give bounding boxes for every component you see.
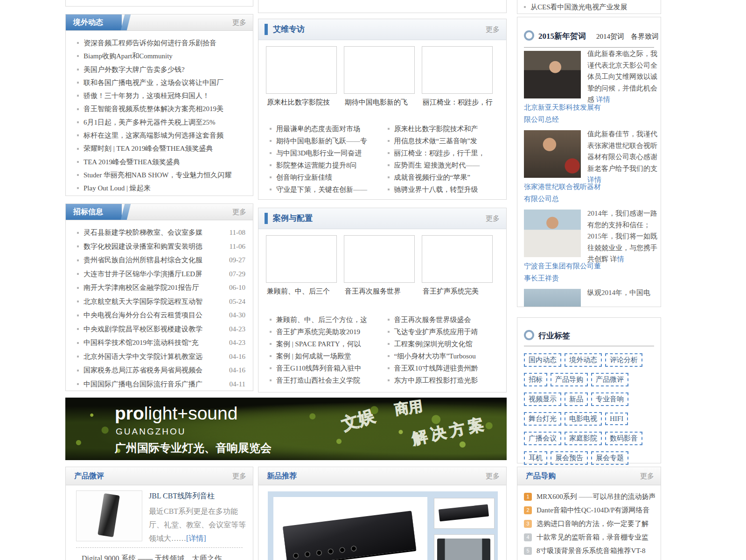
bid-item[interactable]: 中国科学技术馆2019年流动科技馆“充04-23 <box>77 336 245 350</box>
news-item[interactable]: 守业是下策，关键在创新—— <box>270 183 384 196</box>
news-item[interactable]: 丽江椅业：积跬步，行千里， <box>388 147 502 159</box>
news-item[interactable]: 创音响行业新佳绩 <box>270 171 384 183</box>
news-item[interactable]: Play Out Loud | 燥起来 <box>77 182 245 195</box>
news-item[interactable]: 音王打造山西社会主义学院 <box>270 374 384 386</box>
news-item[interactable]: 案例 | SPACE PARTY，何以 <box>270 338 384 350</box>
news-item[interactable]: 音王扩声系统完美助攻2019 <box>270 326 384 338</box>
tag[interactable]: HIFI <box>605 413 628 425</box>
tag[interactable]: 电影电视 <box>565 412 602 426</box>
tag[interactable]: 家庭影院 <box>565 432 602 445</box>
product-thumb[interactable] <box>434 534 495 560</box>
news-item[interactable]: Biamp收购Apart和Community <box>77 49 245 63</box>
bid-item[interactable]: 灵石县新建学校阶梯教室、会议室多媒11-08 <box>77 226 245 240</box>
tag[interactable]: 产品导购 <box>551 373 588 386</box>
news-item[interactable]: 联和各国广播电视产业，这场会议将让中国厂 <box>77 76 245 89</box>
tag[interactable]: 境外动态 <box>565 353 602 367</box>
greeting-photo[interactable] <box>524 51 581 98</box>
product-title[interactable]: JBL CBT线阵列音柱 <box>149 491 215 501</box>
news-item[interactable]: 案例 | 如何成就一场殿堂 <box>270 350 384 362</box>
bid-item[interactable]: 大连市甘井子区锦华小学演播厅LED屏07-29 <box>77 267 245 281</box>
bid-item[interactable]: 数字化校园建设录播室和购置安装明德11-06 <box>77 240 245 254</box>
bid-item[interactable]: 中国国际广播电台国际流行音乐广播广04-11 <box>77 378 245 392</box>
banner-ad[interactable]: prolight+sound GUANGZHOU 广州国际专业灯光、音响展览会 … <box>65 398 507 460</box>
product-thumb[interactable] <box>434 498 495 529</box>
guide-item[interactable]: 4十款常见的监听音箱，录音棚专业监 <box>524 531 655 544</box>
tag[interactable]: 招标 <box>524 373 547 386</box>
article-thumb[interactable]: 丽江椅业：积跬步，行 <box>422 46 493 108</box>
news-item[interactable]: 从CES看中国激光电视产业发展 <box>524 1 661 13</box>
guide-item[interactable]: 1MRX600系列 ——可以吊挂的流动扬声 <box>524 490 655 504</box>
bid-item[interactable]: 贵州省民族自治州所辖县村综合文化服09-27 <box>77 253 245 267</box>
news-item[interactable]: 荣耀时刻 | TEA 2019峰会暨THEA颁奖盛典 <box>77 142 245 155</box>
product-image-large[interactable] <box>273 497 427 560</box>
tag[interactable]: 数码影音 <box>605 432 642 445</box>
news-item[interactable]: 飞达专业扩声系统应用于靖 <box>388 326 502 338</box>
article-thumb[interactable]: 兼顾前、中、后三个 <box>266 235 337 297</box>
greetings-all-link[interactable]: 各界致词 <box>631 33 659 40</box>
bid-item[interactable]: 北京外国语大学中文学院计算机教室远04-16 <box>77 350 245 364</box>
news-item[interactable]: 应势而生 迎接激光时代—— <box>388 159 502 171</box>
tag[interactable]: 展会预告 <box>551 451 588 465</box>
news-item[interactable]: 美国户外数字大牌广告卖多少钱? <box>77 63 245 76</box>
news-item[interactable]: 驰骋业界十八载，转型升级 <box>388 183 502 196</box>
guide-item[interactable]: 2Dante音箱中性QC-104D/P有源网络音 <box>524 504 655 517</box>
news-item[interactable]: 影院整体运营能力提升8问 <box>270 159 384 171</box>
bid-item[interactable]: 北京航空航天大学国际学院远程互动智05-24 <box>77 295 245 309</box>
news-item[interactable]: Studer 华丽亮相NAB SHOW，专业魅力恒久闪耀 <box>77 168 245 182</box>
more-link[interactable]: 更多 <box>486 214 500 223</box>
news-item[interactable]: 期待中国电影新的飞跃——专 <box>270 135 384 147</box>
tag[interactable]: 舞台灯光 <box>524 412 561 426</box>
news-item[interactable]: 用信息技术做“三基音响”发 <box>388 135 502 147</box>
detail-link[interactable]: 情 <box>617 255 624 263</box>
tag[interactable]: 专业音响 <box>591 392 628 406</box>
greeting-photo[interactable] <box>524 289 581 307</box>
article-thumb[interactable]: 音王再次服务世界 <box>344 235 415 297</box>
more-link[interactable]: 更多 <box>232 18 246 27</box>
news-item[interactable]: TEA 2019峰会暨THEA颁奖盛典 <box>77 155 245 168</box>
news-item[interactable]: 兼顾前、中、后三个方位，这 <box>270 314 384 326</box>
news-item[interactable]: 标杆在这里，这家高端影城为何选择这套音频 <box>77 129 245 142</box>
product-title[interactable]: Digital 9000 系统 —— 无线领域，大师之作 <box>82 554 250 560</box>
bid-item[interactable]: 中央戏剧学院昌平校区影视楼建设教学04-23 <box>77 322 245 336</box>
detail-link[interactable]: [详情] <box>186 534 206 542</box>
guide-item[interactable]: 58寸吸顶背景音乐系统音箱推荐VT-8 <box>524 544 655 558</box>
more-link[interactable]: 更多 <box>486 25 500 34</box>
tag[interactable]: 国内动态 <box>524 353 561 367</box>
news-item[interactable]: 用最谦卑的态度去面对市场 <box>270 123 384 135</box>
news-item[interactable]: 东方中原工程投影打造光影 <box>388 374 502 386</box>
news-item[interactable]: 工程案例|深圳光明文化馆 <box>388 338 502 350</box>
tag[interactable]: 产品微评 <box>591 373 628 386</box>
guide-item[interactable]: 3选购进口音响的方法，你一定要了解 <box>524 517 655 531</box>
news-item[interactable]: 资深音频工程师告诉你如何进行音乐剧拾音 <box>77 36 245 49</box>
news-item[interactable]: 成就音视频行业的“苹果” <box>388 171 502 183</box>
news-item[interactable]: 6月1日起，美产多种元器件关税上调至25% <box>77 116 245 129</box>
more-link[interactable]: 更多 <box>232 208 246 217</box>
news-item[interactable]: 音王G110线阵列音箱入驻中 <box>270 362 384 374</box>
detail-link[interactable]: 详情 <box>596 96 610 103</box>
tag[interactable]: 新品 <box>565 392 588 406</box>
greetings-2014-link[interactable]: 2014贺词 <box>596 33 624 40</box>
bid-item[interactable]: 国家税务总局江苏省税务局省局视频会04-16 <box>77 364 245 378</box>
tag[interactable]: 评论分析 <box>605 353 642 367</box>
guide-item[interactable]: 6Sable Bar Funk 212二分频专 <box>524 558 655 560</box>
greeting-photo[interactable] <box>524 130 581 178</box>
tag[interactable]: 展会专题 <box>591 451 628 465</box>
bid-item[interactable]: 中央电视台海外分台公有云租赁项目公04-30 <box>77 308 245 322</box>
news-item[interactable]: 音王双10寸线阵进驻贵州黔 <box>388 362 502 374</box>
more-link[interactable]: 更多 <box>640 472 654 481</box>
news-item[interactable]: 骄傲！三十年努力，这项桂冠终归国人！ <box>77 89 245 102</box>
tag[interactable]: 耳机 <box>524 451 547 465</box>
greeting-photo[interactable] <box>524 210 581 257</box>
bid-item[interactable]: 南开大学津南校区金融学院201报告厅06-10 <box>77 281 245 295</box>
news-item[interactable]: 音王智能音视频系统整体解决方案亮相2019美 <box>77 102 245 115</box>
more-link[interactable]: 更多 <box>232 472 246 481</box>
more-link[interactable]: 更多 <box>486 472 500 481</box>
detail-link[interactable]: 详情 <box>587 176 601 183</box>
product-image[interactable] <box>76 490 142 541</box>
news-item[interactable]: “细小身材大功率”Turbosou <box>388 350 502 362</box>
article-thumb[interactable]: 期待中国电影新的飞 <box>344 46 415 108</box>
article-thumb[interactable]: 音王扩声系统完美 <box>422 235 493 297</box>
tag[interactable]: 视频显示 <box>524 392 561 406</box>
news-item[interactable]: 音王再次服务世界级盛会 <box>388 314 502 326</box>
tag[interactable]: 广播会议 <box>524 432 561 445</box>
